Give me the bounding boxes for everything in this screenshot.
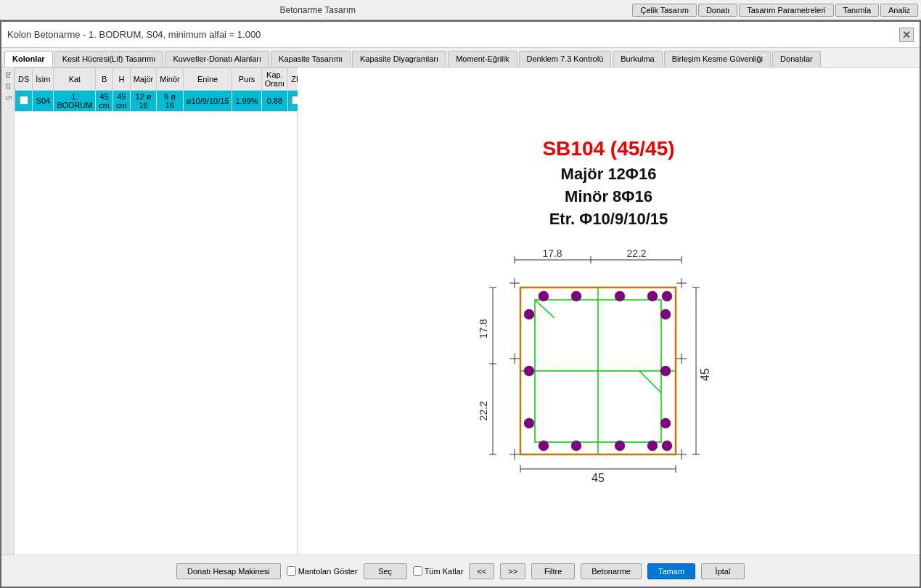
top-menu-bar: Betonarme Tasarım Çelik Tasarım Donatı T… — [0, 0, 921, 20]
top-menu-buttons: Çelik Tasarım Donatı Tasarım Parametrele… — [632, 4, 918, 17]
donati-btn[interactable]: Donatı — [698, 4, 737, 17]
analiz-btn[interactable]: Analiz — [880, 4, 918, 17]
tasarim-parametreleri-btn[interactable]: Tasarım Parametreleri — [739, 4, 833, 17]
celik-tasarim-btn[interactable]: Çelik Tasarım — [632, 4, 696, 17]
app-title: Betonarme Tasarım — [3, 5, 632, 15]
tanimla-btn[interactable]: Tanımla — [835, 4, 880, 17]
